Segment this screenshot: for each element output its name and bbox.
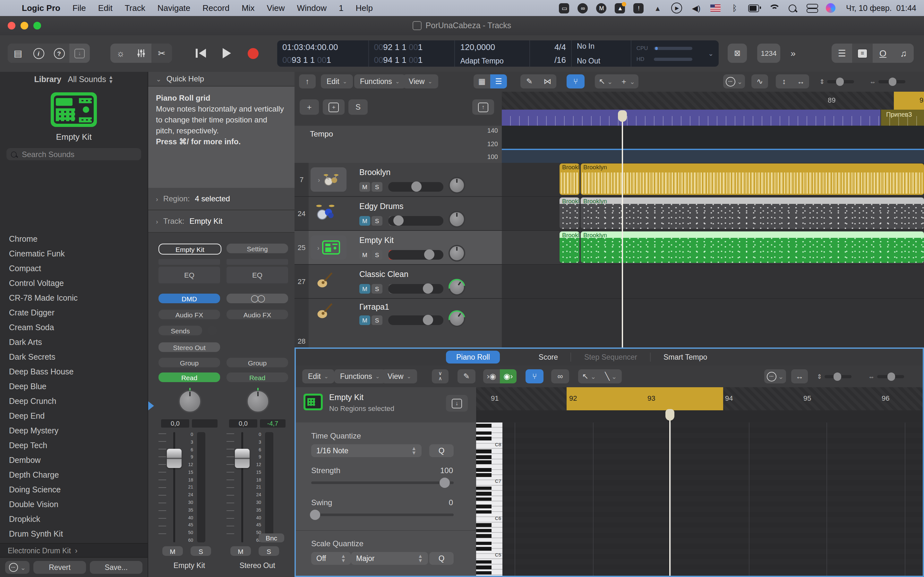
pr-functions-menu[interactable]: Functions⌄ [334, 369, 386, 384]
menu-edit[interactable]: Edit [98, 3, 113, 13]
menu-app[interactable]: Logic Pro [22, 3, 60, 13]
add-track-button[interactable]: ＋ [300, 99, 319, 115]
horizontal-auto-zoom-button[interactable]: ↔ [792, 74, 809, 89]
tempo-track-header[interactable]: Tempo 140120100 [294, 126, 502, 163]
library-item[interactable]: Depth Charge [9, 468, 148, 483]
marker-region[interactable] [502, 110, 880, 126]
volume-icon[interactable]: ◀) [691, 3, 702, 13]
pr-pencil-tool-menu[interactable]: ╲⌄ [600, 369, 622, 384]
track-solo-button[interactable]: S [372, 182, 383, 192]
tab-score[interactable]: Score [528, 351, 568, 364]
track-solo-button[interactable]: S [372, 316, 383, 325]
track-lane-guitar1[interactable] [502, 299, 924, 348]
bounce-button[interactable]: Bnc [258, 533, 284, 542]
fader-thumb[interactable] [167, 449, 182, 468]
zoom-window-button[interactable] [33, 22, 41, 29]
pr-bar-ruler[interactable]: 91 92 93 94 95 96 [476, 387, 923, 410]
library-item[interactable]: Deep Bass House [9, 365, 148, 380]
track-disclosure-chip[interactable]: › [310, 235, 347, 259]
track-mute-button[interactable]: M [359, 284, 370, 293]
library-toggle-button[interactable]: ▤ [8, 44, 28, 63]
rewind-button[interactable] [196, 49, 206, 58]
siri-icon[interactable] [825, 3, 837, 13]
lcd-tempo-value[interactable]: 120,0000 [460, 42, 525, 52]
volume-value[interactable]: 0,0 [229, 419, 257, 428]
vertical-zoom-slider[interactable]: ⇕ [819, 77, 855, 85]
lcd-division[interactable]: /16 [554, 55, 566, 65]
solo-button[interactable]: S [258, 546, 279, 556]
toolbar-toggle-button[interactable]: ↓ [69, 44, 90, 63]
library-item[interactable]: Dembow [9, 453, 148, 468]
track-solo-button[interactable]: S [372, 216, 383, 226]
send-knob[interactable] [207, 326, 217, 335]
midi-region[interactable]: Brooklyn [581, 197, 924, 229]
revert-button[interactable]: Revert [33, 561, 86, 574]
group-slot[interactable]: Group [226, 358, 288, 367]
tab-smart-tempo[interactable]: Smart Tempo [653, 351, 717, 364]
library-filter-select[interactable]: All Sounds ▲▼ [68, 75, 113, 84]
solo-button[interactable]: S [191, 546, 211, 556]
link-button[interactable]: ∞ [551, 369, 569, 384]
swing-slider[interactable] [311, 514, 454, 516]
menu-track[interactable]: Track [125, 3, 145, 13]
midi-out-button[interactable]: ◉› [500, 369, 517, 384]
video-camera-icon[interactable]: ▭ [559, 3, 569, 13]
pr-horizontal-zoom-slider[interactable]: ⇔ [868, 372, 904, 380]
note-grid[interactable] [502, 422, 923, 576]
crossfade-tool-button[interactable]: ⋈ [538, 74, 556, 89]
notification-bell-icon[interactable]: ▲ [615, 3, 625, 13]
solo-off-button[interactable]: ⊠ [728, 44, 747, 63]
m-app-icon[interactable]: M [596, 3, 607, 13]
record-button[interactable] [248, 48, 258, 59]
library-search-field[interactable] [6, 148, 141, 160]
play-circle-icon[interactable]: ▶ [672, 3, 682, 13]
stereo-link-button[interactable]: ◯◯ [226, 293, 288, 303]
tracks-edit-menu[interactable]: Edit⌄ [321, 74, 353, 89]
track-name[interactable]: Classic Clean [359, 270, 409, 279]
menu-file[interactable]: File [73, 3, 86, 13]
duplicate-track-button[interactable]: ＋ [323, 99, 344, 115]
region-inspector-header[interactable]: › Region: 4 selected [148, 188, 294, 210]
track-pan-knob[interactable] [445, 276, 468, 299]
pr-flex-button[interactable]: ⑂ [525, 369, 543, 384]
menu-mix[interactable]: Mix [242, 3, 254, 13]
tracks-functions-menu[interactable]: Functions⌄ [354, 74, 405, 89]
track-lane-empty-kit[interactable]: Brooklyn Brooklyn [502, 231, 924, 265]
library-item[interactable]: Compact [9, 261, 148, 276]
audio-fx-slot[interactable]: Audio FX [226, 309, 288, 319]
pr-automation-button[interactable]: ✎ [457, 369, 475, 384]
track-header-classic-clean[interactable]: 27 Classic Clean MSR [294, 265, 502, 299]
midi-region[interactable]: Brooklyn [559, 231, 580, 263]
toolbar-overflow-chevrons[interactable]: » [784, 44, 802, 63]
keyboard-flag-icon[interactable] [710, 3, 721, 13]
library-item[interactable]: Chrome [9, 232, 148, 247]
track-lane-edgy-drums[interactable]: Brooklyn Brooklyn [502, 197, 924, 231]
waveform-zoom-button[interactable]: ∿ [751, 74, 768, 89]
spotlight-icon[interactable] [787, 3, 798, 13]
track-zoom-presets-button[interactable]: ↑ [472, 99, 494, 115]
library-item[interactable]: Crate Digger [9, 306, 148, 321]
audio-fx-slot[interactable]: Audio FX [158, 309, 220, 319]
pr-pointer-tool-menu[interactable]: ↖⌄ [578, 369, 600, 384]
track-header-edgy-drums[interactable]: 24 Edgy Drums MSR [294, 197, 502, 231]
library-item[interactable]: Deep Mystery [9, 424, 148, 438]
gain-slot[interactable] [158, 259, 220, 265]
track-solo-button[interactable]: S [372, 284, 383, 293]
quick-help-toggle-button[interactable]: ? [49, 44, 69, 63]
track-lane-classic-clean[interactable] [502, 265, 924, 299]
output-slot[interactable]: Stereo Out [158, 342, 220, 352]
menu-clock[interactable]: Чт, 10 февр. 01:44 [846, 3, 916, 13]
library-item[interactable]: Deep Crunch [9, 394, 148, 409]
library-item[interactable]: Dark Secrets [9, 350, 148, 365]
count-in-button[interactable]: 1234 [757, 44, 780, 63]
track-volume-slider[interactable] [388, 316, 443, 325]
list-editors-button[interactable]: ☰ [832, 44, 852, 63]
audio-region[interactable]: Brooklyn [581, 163, 924, 195]
regions-view-button[interactable]: ☰ [490, 74, 507, 89]
track-header-empty-kit[interactable]: 25 › Empty Kit MSR [294, 231, 502, 265]
bluetooth-icon[interactable]: ᛒ [729, 3, 740, 13]
smart-controls-button[interactable]: ☼ [110, 44, 131, 63]
eq-slot[interactable]: EQ [226, 267, 288, 284]
menu-display[interactable]: 1 [339, 3, 343, 13]
instrument-slot-dmd[interactable]: DMD [158, 293, 220, 303]
